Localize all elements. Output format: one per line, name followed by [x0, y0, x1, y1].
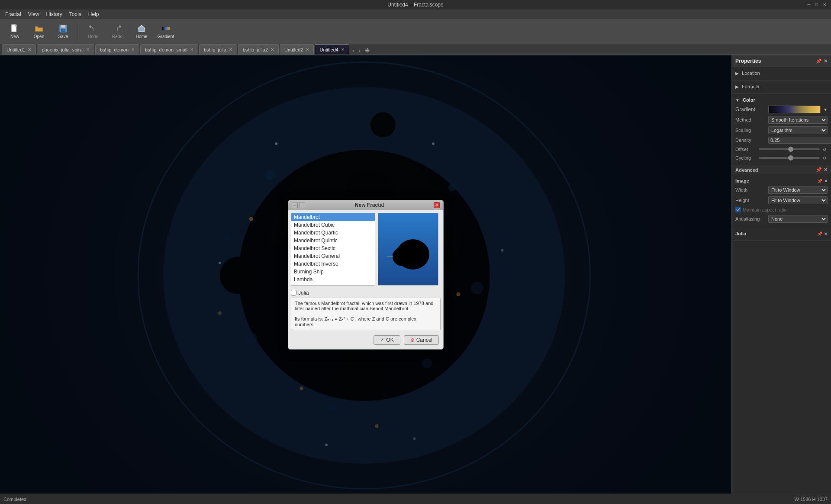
- new-button[interactable]: New: [3, 21, 26, 42]
- open-button[interactable]: Open: [28, 21, 50, 42]
- cycling-label: Cycling: [735, 155, 757, 161]
- panel-close-btn[interactable]: ✕: [824, 58, 828, 64]
- method-select[interactable]: Smooth Iterations: [768, 116, 828, 124]
- fractal-item-mandelbrot-quartic[interactable]: Mandelbrot Quartic: [291, 229, 375, 237]
- tab-bship-demon[interactable]: bship_demon ✕: [95, 44, 139, 55]
- julia-pin-btn[interactable]: 📌: [817, 231, 822, 236]
- home-button[interactable]: Home: [130, 21, 153, 42]
- width-select[interactable]: Fit to Window: [768, 186, 828, 194]
- julia-checkbox-row: Julia: [288, 288, 443, 298]
- offset-reset-btn[interactable]: ↺: [821, 146, 828, 152]
- height-row: Height Fit to Window: [732, 195, 831, 205]
- tab-untitled2-close[interactable]: ✕: [306, 48, 309, 52]
- fractal-item-mandelbrot-sextic[interactable]: Mandelbrot Sextic: [291, 244, 375, 252]
- minimize-btn[interactable]: ─: [806, 1, 812, 7]
- tab-bship-demon-label: bship_demon: [100, 47, 129, 52]
- fractal-item-mandelbrot-cubic[interactable]: Mandelbrot Cubic: [291, 221, 375, 229]
- density-input[interactable]: 0.25: [768, 137, 831, 144]
- ok-button[interactable]: ✓ OK: [374, 335, 400, 345]
- svg-point-38: [408, 241, 418, 251]
- maintain-aspect-checkbox[interactable]: [735, 207, 741, 212]
- gradient-expand-btn[interactable]: ▼: [823, 107, 828, 112]
- panel-pin-btn[interactable]: 📌: [816, 58, 822, 64]
- fractal-item-phoenix[interactable]: Phoenix: [291, 283, 375, 286]
- menu-tools[interactable]: Tools: [66, 10, 85, 18]
- tab-bship-demon-small[interactable]: bship_demon_small ✕: [140, 44, 198, 55]
- fractal-item-lambda[interactable]: Lambda: [291, 276, 375, 283]
- tab-untitled4[interactable]: Untitled4 ✕: [315, 44, 349, 55]
- tab-untitled4-close[interactable]: ✕: [341, 48, 345, 52]
- location-section-title[interactable]: ▶ Location: [732, 70, 831, 77]
- save-button[interactable]: Save: [52, 21, 74, 42]
- image-section-header[interactable]: Image 📌 ✕: [732, 177, 831, 185]
- offset-slider-thumb[interactable]: [788, 147, 793, 152]
- scaling-row: Scaling Logarithm: [732, 125, 831, 135]
- cancel-button[interactable]: ⊗ Cancel: [404, 335, 439, 345]
- menu-fractal[interactable]: Fractal: [2, 10, 25, 18]
- advanced-close-btn[interactable]: ✕: [824, 167, 828, 173]
- panel-header-controls: 📌 ✕: [816, 58, 828, 64]
- close-btn[interactable]: ✕: [821, 1, 828, 7]
- tab-phoenix-close[interactable]: ✕: [86, 48, 90, 52]
- tab-bship-julia[interactable]: bship_julia ✕: [199, 44, 237, 55]
- tab-next-btn[interactable]: ›: [357, 47, 362, 55]
- status-left: Completed: [3, 497, 26, 502]
- julia-collapse-btn[interactable]: ✕: [824, 231, 828, 236]
- gradient-display[interactable]: [768, 106, 821, 113]
- fractal-item-mandelbrot[interactable]: Mandelbrot: [291, 213, 375, 221]
- modal-minimize-btn[interactable]: ─: [292, 202, 298, 208]
- menu-history[interactable]: History: [42, 10, 65, 18]
- modal-close-btn[interactable]: ✕: [434, 202, 440, 208]
- julia-label[interactable]: Julia: [298, 290, 309, 296]
- tab-untitled1[interactable]: Untitled1 ✕: [2, 44, 36, 55]
- tab-bship-julia-label: bship_julia: [204, 47, 226, 52]
- formula-label: Formula: [742, 84, 759, 89]
- modal-maximize-btn[interactable]: □: [299, 202, 305, 208]
- tab-untitled2[interactable]: Untitled2 ✕: [280, 44, 314, 55]
- tab-phoenix[interactable]: phoenix_julia_spiral ✕: [37, 44, 94, 55]
- undo-button[interactable]: Undo: [82, 21, 104, 42]
- cycling-slider-thumb[interactable]: [788, 155, 793, 161]
- julia-checkbox[interactable]: [291, 290, 296, 295]
- offset-slider-track[interactable]: [759, 148, 820, 150]
- scaling-select[interactable]: Logarithm: [768, 126, 828, 134]
- tab-untitled2-label: Untitled2: [284, 47, 303, 52]
- canvas-area[interactable]: ─ □ New Fractal ✕ MandelbrotMandelbrot C…: [0, 55, 731, 494]
- modal-titlebar-buttons: ─ □: [292, 202, 305, 208]
- titlebar-controls[interactable]: ─ □ ✕: [806, 1, 828, 7]
- image-pin-btn[interactable]: 📌: [817, 179, 822, 183]
- tab-bship-demon-close[interactable]: ✕: [131, 48, 135, 52]
- color-section-title[interactable]: ▼ Color: [732, 96, 831, 104]
- julia-section-header[interactable]: Julia 📌 ✕: [732, 230, 831, 238]
- maintain-aspect-label[interactable]: Maintain aspect ratio: [743, 207, 787, 212]
- tab-bship-julia2-close[interactable]: ✕: [271, 48, 274, 52]
- fractal-item-mandelbrot-inverse[interactable]: Mandelbrot Inverse: [291, 260, 375, 268]
- antialiasing-select[interactable]: None: [768, 215, 828, 223]
- fractal-item-mandelbrot-general[interactable]: Mandelbrot General: [291, 252, 375, 260]
- gradient-row: Gradient ▼: [732, 104, 831, 115]
- tab-bship-demon-small-close[interactable]: ✕: [190, 48, 193, 52]
- cycling-slider-track[interactable]: [759, 157, 820, 159]
- tab-bship-julia2[interactable]: bship_julia2 ✕: [238, 44, 279, 55]
- height-select[interactable]: Fit to Window: [768, 196, 828, 204]
- redo-button[interactable]: Redo: [106, 21, 129, 42]
- image-section: Image 📌 ✕ Width Fit to Window Height Fit…: [732, 174, 831, 227]
- maximize-btn[interactable]: □: [814, 1, 820, 7]
- image-collapse-btn[interactable]: ✕: [824, 179, 828, 183]
- advanced-pin-btn[interactable]: 📌: [816, 167, 822, 173]
- tab-untitled1-close[interactable]: ✕: [28, 48, 31, 52]
- fractal-type-list[interactable]: MandelbrotMandelbrot CubicMandelbrot Qua…: [291, 213, 375, 286]
- tab-prev-btn[interactable]: ‹: [351, 47, 356, 55]
- menu-help[interactable]: Help: [85, 10, 103, 18]
- modal-title: New Fractal: [305, 202, 434, 208]
- gradient-button[interactable]: Gradient: [155, 21, 177, 42]
- method-label: Method: [735, 117, 766, 122]
- formula-section-title[interactable]: ▶ Formula: [732, 83, 831, 91]
- cycling-reset-btn[interactable]: ↺: [821, 155, 828, 161]
- tab-add-button[interactable]: ⊕: [363, 46, 372, 55]
- fractal-item-burning-ship[interactable]: Burning Ship: [291, 268, 375, 276]
- fractal-item-mandelbrot-quintic[interactable]: Mandelbrot Quintic: [291, 237, 375, 244]
- tabsbar: Untitled1 ✕ phoenix_julia_spiral ✕ bship…: [0, 44, 831, 55]
- menu-view[interactable]: View: [25, 10, 43, 18]
- tab-bship-julia-close[interactable]: ✕: [229, 48, 232, 52]
